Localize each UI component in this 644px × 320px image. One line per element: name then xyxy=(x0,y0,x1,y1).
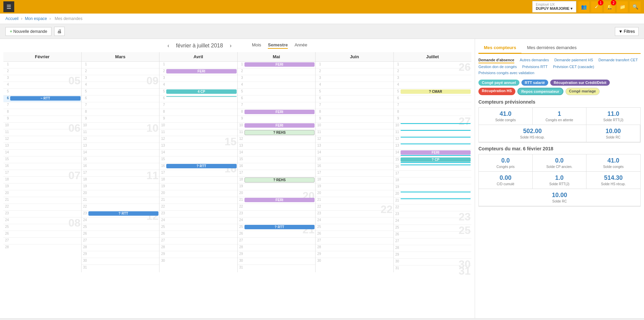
legend-recuperation-hs[interactable]: Récupération HS xyxy=(478,88,515,95)
event-rtt-may25[interactable]: ? RTT xyxy=(244,225,315,229)
table-row: 2222 xyxy=(316,204,393,211)
tab-dernières-demandes[interactable]: Mes dernières demandes xyxy=(521,42,582,54)
event-cp2-jul15 xyxy=(401,162,471,163)
table-row: 11 xyxy=(82,129,159,136)
tasks-badge: 1 xyxy=(598,0,603,5)
current-counters-grid: 0.0 Congés pris 0.0 Solde CP ancien. 41.… xyxy=(478,154,641,207)
event-feri-may8[interactable]: FERI xyxy=(244,110,315,114)
subtab-autres[interactable]: Autres demandes xyxy=(520,58,549,63)
breadcrumb-space[interactable]: Mon espace xyxy=(25,16,47,21)
event-cmar-jul5[interactable]: ? CMAR xyxy=(401,89,471,94)
user-badge[interactable]: Employé UX DUPUY MARJORIE ▾ xyxy=(532,1,577,13)
subtab-previsions-rtt[interactable]: Prévisions RTT xyxy=(522,65,548,69)
print-button[interactable]: 🖨 xyxy=(54,27,65,36)
search-icon-button[interactable]: 🔍 xyxy=(630,1,641,12)
event-cp2-jul10[interactable] xyxy=(401,123,471,124)
right-panel: Mes compteurs Mes dernières demandes Dem… xyxy=(475,39,644,318)
counter-solde-cp-ancien: 0.0 Solde CP ancien. xyxy=(533,154,586,172)
subtab-previsions-conges[interactable]: Prévisions congés avec validation xyxy=(478,71,534,76)
table-row: 30 xyxy=(238,258,316,265)
table-row: 2 xyxy=(238,68,316,75)
breadcrumb-home[interactable]: Accueil xyxy=(5,16,19,21)
panel-tabs: Mes compteurs Mes dernières demandes xyxy=(478,42,641,54)
table-row: 21 xyxy=(3,197,81,204)
table-row: 7 xyxy=(3,102,81,109)
legend-recuperation-credit-debit[interactable]: Récupération sur Crédit/Débit xyxy=(550,80,610,86)
new-demand-button[interactable]: Nouvelle demande xyxy=(5,27,51,36)
event-rtt-feb6[interactable]: ~ RTT xyxy=(10,96,81,101)
tasks-icon-button[interactable]: ✓ 1 xyxy=(591,1,602,12)
table-row: 24 xyxy=(316,217,393,224)
table-row: 5 xyxy=(82,89,159,95)
event-feri-may1[interactable]: FERI xyxy=(244,62,315,67)
table-row: 9 xyxy=(82,116,159,123)
table-row: 21 xyxy=(394,198,472,205)
hamburger-button[interactable]: ☰ xyxy=(3,1,14,12)
employee-name: DUPUY MARJORIE ▾ xyxy=(536,6,573,11)
event-rehs-may18[interactable]: ? REHS xyxy=(244,177,315,183)
legend-conge-mariage[interactable]: Congé mariage xyxy=(565,88,600,95)
event-rehs-may11[interactable]: ? REHS xyxy=(244,130,315,135)
event-feri-apr2[interactable]: FERI xyxy=(166,69,237,73)
subtab-transfert-cet[interactable]: Demande transfert CET xyxy=(599,58,638,63)
table-row: 15 xyxy=(316,156,393,163)
view-semester[interactable]: Semestre xyxy=(268,42,288,49)
table-row: 18 xyxy=(82,177,159,184)
table-row: 28 xyxy=(238,244,316,251)
table-row: 6 xyxy=(316,95,393,102)
table-row: 9 xyxy=(159,116,237,123)
table-row: 20 xyxy=(394,191,472,198)
table-row: 19 xyxy=(394,184,472,191)
team-icon-button[interactable]: 👥 xyxy=(578,1,589,12)
main-content: ‹ février à juillet 2018 › Mois Semestre… xyxy=(0,39,644,318)
table-row: 11 xyxy=(394,129,472,136)
table-row: 13 xyxy=(394,143,472,150)
view-month[interactable]: Mois xyxy=(252,42,261,49)
counter-conges-pris: 0.0 Congés pris xyxy=(479,154,533,172)
tab-mes-compteurs[interactable]: Mes compteurs xyxy=(478,42,521,54)
table-row: 18? REHS xyxy=(238,177,316,184)
notifications-icon-button[interactable]: 🔔 2 xyxy=(604,1,615,12)
subtab-absence[interactable]: Demande d'absence xyxy=(478,58,514,63)
subtab-prevision-cet[interactable]: Prévision CET (cascade) xyxy=(553,65,594,69)
calendar-next-button[interactable]: › xyxy=(230,43,232,49)
legend-conge-paye[interactable]: Congé payé annuel xyxy=(478,80,519,86)
event-cp-jul15[interactable]: ? CP xyxy=(401,157,471,162)
table-row: 29 xyxy=(394,252,472,259)
filter-button[interactable]: ▼ Filtres xyxy=(615,27,639,36)
table-row: 17 xyxy=(394,171,472,177)
event-feri-may21[interactable]: FERI xyxy=(244,198,315,202)
event-feri-jul14[interactable]: FERI xyxy=(401,150,471,155)
table-row: 12 xyxy=(238,136,316,143)
table-row: 25 xyxy=(316,224,393,231)
table-row: 6 xyxy=(82,95,159,102)
legend-repos-compensateur[interactable]: Repos compensateur xyxy=(517,88,563,95)
calendar-prev-button[interactable]: ‹ xyxy=(168,43,169,49)
table-row: 13 xyxy=(3,143,81,150)
table-row: 22 xyxy=(82,204,159,211)
legend-rtt[interactable]: RTT salarié xyxy=(521,80,548,86)
event-cp-apr[interactable]: 4 CP xyxy=(166,89,237,94)
view-year[interactable]: Année xyxy=(295,42,307,49)
month-label-february: Février xyxy=(3,52,81,62)
subtab-paiement-hs[interactable]: Demande paiement HS xyxy=(554,58,593,63)
navbar-right: Employé UX DUPUY MARJORIE ▾ 👥 ✓ 1 🔔 2 📁 … xyxy=(532,1,641,13)
files-icon-button[interactable]: 📁 xyxy=(617,1,628,12)
table-row: 5 xyxy=(316,89,393,95)
table-row: 28 xyxy=(394,245,472,252)
table-row: 4 xyxy=(238,82,316,89)
table-row: 20 xyxy=(3,190,81,197)
table-row: 22 xyxy=(159,204,237,211)
subtab-don-conges[interactable]: Gestion don de congés xyxy=(478,65,517,69)
event-feri-may10[interactable]: FERI xyxy=(244,123,315,128)
table-row: 26 xyxy=(82,231,159,238)
event-rtt-apr16[interactable]: ? RTT xyxy=(166,164,237,168)
table-row: 23 xyxy=(159,211,237,217)
table-row: 15 xyxy=(238,156,316,163)
counter-solde-conges: 41.0 Solde congés xyxy=(479,108,533,125)
table-row: 19 xyxy=(3,184,81,190)
counter-solde-rtt-cur: 1.0 Solde RTT(J) xyxy=(533,172,586,189)
table-row: 1 xyxy=(82,62,159,68)
counter-conges-attente: 1 Congés en attente xyxy=(533,108,586,125)
event-rtt-mar23[interactable]: ? RTT xyxy=(88,211,159,216)
